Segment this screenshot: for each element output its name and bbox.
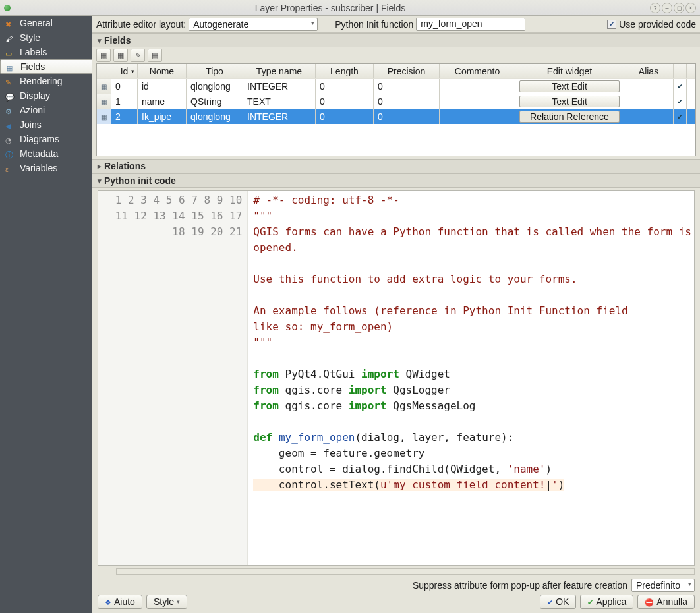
help-window-button[interactable]: ? [650,3,660,13]
use-provided-checkbox[interactable]: ✔ [607,20,616,29]
python-init-section-header[interactable]: ▾ Python init code [92,173,700,188]
cell-tipo: qlonglong [187,109,243,124]
help-icon [105,597,111,607]
ic-labels-icon [5,47,16,57]
cell-commento [440,94,515,109]
field-calculator-button[interactable]: ▤ [148,49,162,62]
sidebar-item-labels[interactable]: Labels [0,45,92,59]
attr-editor-label: Attribute editor layout: [96,19,186,30]
sidebar-item-rendering[interactable]: Rendering [0,74,92,88]
table-row[interactable]: ▦1nameQStringTEXT00Text Edit✔ [97,94,695,109]
cell-typename: INTEGER [243,79,316,94]
sidebar-item-label: Fields [20,61,45,72]
new-field-button[interactable]: ▦ [96,49,111,62]
relations-section-header[interactable]: ▸ Relations [92,159,700,173]
ic-metadata-icon [5,149,16,158]
sidebar-item-label: General [20,18,53,28]
cell-alias [624,109,674,124]
sidebar-item-display[interactable]: Display [0,88,92,103]
sidebar-item-variables[interactable]: Variables [0,161,92,175]
content-panel: Attribute editor layout: Autogenerate Py… [92,16,700,613]
attr-editor-select[interactable]: Autogenerate [189,18,318,31]
sidebar-item-diagrams[interactable]: Diagrams [0,132,92,146]
app-icon [4,5,11,11]
cell-id: 0 [111,79,138,94]
edit-field-button[interactable]: ✎ [131,49,145,62]
edit-widget-button[interactable]: Text Edit [519,96,620,107]
fields-table-header: Id▾ Nome Tipo Type name Length Precision… [97,64,695,78]
fields-toolbar: ▦ ▦ ✎ ▤ [92,47,700,63]
ic-style-icon [5,33,16,42]
sidebar: GeneralStyleLabelsFieldsRenderingDisplay… [0,16,92,613]
cell-nome: name [138,94,187,109]
cell-commento [440,109,515,124]
close-window-button[interactable]: × [685,3,696,13]
fields-table-scroll[interactable] [97,124,695,156]
edit-widget-button[interactable]: Relation Reference [519,111,620,123]
code-h-scrollbar[interactable] [116,568,695,575]
sidebar-item-joins[interactable]: Joins [0,117,92,132]
sidebar-item-style[interactable]: Style [0,30,92,45]
row-icon: ▦ [97,94,111,109]
row-icon: ▦ [97,109,111,124]
sidebar-item-metadata[interactable]: Metadata [0,146,92,161]
cell-precision: 0 [374,109,440,124]
sidebar-item-label: Variables [20,163,57,173]
maximize-window-button[interactable]: ◻ [674,3,684,13]
col-icon [97,64,111,78]
cancel-button[interactable]: Annulla [637,595,695,609]
cell-typename: INTEGER [243,109,316,124]
col-typename[interactable]: Type name [243,64,316,78]
sidebar-item-label: Diagrams [20,134,59,144]
cell-nome: fk_pipe [138,109,187,124]
col-tipo[interactable]: Tipo [187,64,243,78]
cell-edit: Text Edit [515,94,624,109]
table-row[interactable]: ▦0idqlonglongINTEGER00Text Edit✔ [97,78,695,94]
sidebar-item-label: Metadata [20,148,58,159]
code-body[interactable]: # -*- coding: utf-8 -*- """ QGIS forms c… [248,191,694,565]
col-precision[interactable]: Precision [374,64,440,78]
cell-edit: Text Edit [515,79,624,94]
cell-length: 0 [316,94,374,109]
code-editor[interactable]: 1 2 3 4 5 6 7 8 9 10 11 12 13 14 15 16 1… [98,190,695,566]
sidebar-item-general[interactable]: General [0,16,92,30]
minimize-window-button[interactable]: – [662,3,672,13]
cell-check[interactable]: ✔ [674,109,687,124]
table-row[interactable]: ▦2fk_pipeqlonglongINTEGER00Relation Refe… [97,109,695,124]
edit-widget-button[interactable]: Text Edit [519,80,620,92]
apply-icon [587,597,593,607]
ic-variables-icon [5,163,16,173]
col-commento[interactable]: Commento [440,64,515,78]
cell-check[interactable]: ✔ [674,79,687,94]
col-length[interactable]: Length [316,64,374,78]
ok-button[interactable]: OK [540,595,576,609]
cell-nome: id [138,79,187,94]
cell-tipo: QString [187,94,243,109]
apply-button[interactable]: Applica [580,595,633,609]
py-init-input[interactable]: my_form_open [416,18,525,31]
delete-field-button[interactable]: ▦ [113,49,128,62]
fields-section: ▦ ▦ ✎ ▤ Id▾ Nome Tipo Type name Length P… [92,47,700,159]
fields-section-header[interactable]: ▾ Fields [92,33,700,47]
sidebar-item-label: Rendering [20,76,63,86]
sidebar-item-label: Azioni [20,105,45,115]
col-id[interactable]: Id▾ [111,64,138,78]
sidebar-item-azioni[interactable]: Azioni [0,103,92,117]
cell-typename: TEXT [243,94,316,109]
cell-id: 1 [111,94,138,109]
ic-display-icon [5,91,16,100]
help-button[interactable]: Aiuto [98,595,142,609]
footer: Aiuto Style ▾ OK Applica Annulla [92,592,700,613]
col-edit[interactable]: Edit widget [515,64,624,78]
titlebar: Layer Properties - subscriber | Fields ?… [0,0,700,16]
suppress-select[interactable]: Predefinito [631,579,695,592]
suppress-label: Suppress attribute form pop-up after fea… [413,580,627,591]
use-provided-label: Use provided code [619,19,696,30]
col-alias[interactable]: Alias [624,64,674,78]
sidebar-item-fields[interactable]: Fields [0,59,92,74]
col-nome[interactable]: Nome [138,64,187,78]
style-menu-button[interactable]: Style ▾ [146,595,187,609]
suppress-row: Suppress attribute form pop-up after fea… [92,577,700,592]
cell-check[interactable]: ✔ [674,94,687,109]
chevron-down-icon: ▾ [98,177,102,185]
